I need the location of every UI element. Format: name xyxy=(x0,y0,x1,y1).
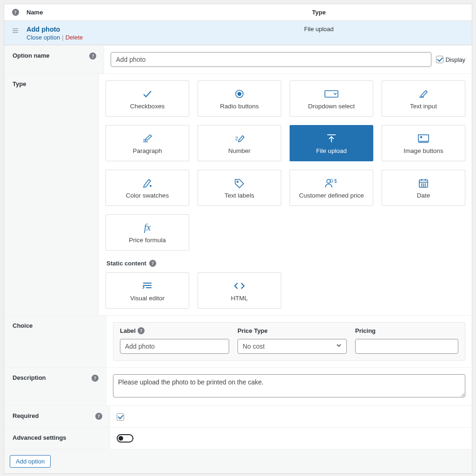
editor-icon xyxy=(141,280,153,292)
type-card-price-formula[interactable]: fx Price formula xyxy=(106,214,189,251)
option-name-label: Option name xyxy=(13,52,49,59)
description-textarea[interactable] xyxy=(113,374,465,397)
help-icon[interactable]: ? xyxy=(138,327,145,334)
choice-header-pricing: Pricing xyxy=(355,327,458,334)
help-icon[interactable]: ? xyxy=(12,9,19,16)
choice-pricing-input[interactable] xyxy=(355,339,458,354)
choice-header-label: Label xyxy=(120,327,136,334)
pencil-icon xyxy=(418,88,429,100)
type-card-checkboxes[interactable]: Checkboxes xyxy=(106,80,189,117)
type-card-image-buttons[interactable]: Image buttons xyxy=(382,125,465,161)
columns-header: ? Name Type xyxy=(4,4,472,21)
check-icon xyxy=(142,88,153,100)
svg-point-14 xyxy=(421,136,422,138)
type-card-file-upload[interactable]: File upload xyxy=(290,125,373,161)
image-icon xyxy=(417,132,430,145)
choice-label: Choice xyxy=(13,322,33,329)
option-name-input[interactable] xyxy=(111,52,431,67)
advanced-settings-label: Advanced settings xyxy=(13,434,66,441)
type-card-text-input[interactable]: Text input xyxy=(382,80,465,117)
radio-icon xyxy=(235,88,244,100)
column-name: Name xyxy=(26,9,166,16)
drag-handle-icon[interactable] xyxy=(4,26,26,34)
type-label: Type xyxy=(13,80,26,87)
type-card-text-labels[interactable]: Text labels xyxy=(198,170,281,206)
delete-option-link[interactable]: Delete xyxy=(66,34,83,41)
calendar-icon xyxy=(418,177,429,189)
svg-point-17 xyxy=(237,181,238,182)
type-card-number[interactable]: 2 Number xyxy=(198,125,281,161)
static-content-label: Static content ? xyxy=(106,260,465,267)
option-title[interactable]: Add photo xyxy=(26,26,166,33)
svg-point-4 xyxy=(238,92,241,95)
svg-rect-13 xyxy=(418,135,429,141)
type-card-customer-price[interactable]: $ Customer defined price xyxy=(290,170,373,206)
help-icon[interactable]: ? xyxy=(89,53,96,60)
static-card-visual-editor[interactable]: Visual editor xyxy=(106,272,189,309)
display-checkbox[interactable] xyxy=(436,56,443,63)
help-icon[interactable]: ? xyxy=(95,413,102,420)
option-row-type: File upload xyxy=(166,26,472,33)
add-option-button[interactable]: Add option xyxy=(10,455,51,468)
tag-icon xyxy=(234,177,245,189)
svg-point-16 xyxy=(150,185,152,187)
svg-text:2: 2 xyxy=(235,136,238,141)
choice-table: Label ? Price Type Pricing xyxy=(113,322,465,361)
help-icon[interactable]: ? xyxy=(92,375,99,382)
type-card-radio[interactable]: Radio buttons xyxy=(198,80,281,117)
display-checkbox-wrap[interactable]: Display xyxy=(436,56,465,63)
choice-price-type-select[interactable] xyxy=(238,339,347,354)
choice-label-input[interactable] xyxy=(120,339,229,354)
type-card-color-swatches[interactable]: Color swatches xyxy=(106,170,189,206)
type-card-dropdown[interactable]: Dropdown select xyxy=(290,80,373,117)
close-option-link[interactable]: Close option xyxy=(26,34,60,41)
display-label: Display xyxy=(445,56,465,63)
code-icon xyxy=(233,280,246,292)
static-card-html[interactable]: HTML xyxy=(198,272,281,309)
required-checkbox[interactable] xyxy=(117,413,124,421)
upload-icon xyxy=(326,132,337,145)
paragraph-icon xyxy=(142,132,152,145)
number-icon: 2 xyxy=(233,132,245,145)
color-icon xyxy=(142,177,153,189)
type-card-paragraph[interactable]: Paragraph xyxy=(106,125,189,161)
description-label: Description xyxy=(13,374,46,381)
help-icon[interactable]: ? xyxy=(149,260,156,267)
advanced-settings-toggle[interactable] xyxy=(117,434,133,443)
column-type: Type xyxy=(166,9,472,16)
required-label: Required xyxy=(13,412,39,419)
fx-icon: fx xyxy=(144,222,151,234)
svg-text:$: $ xyxy=(334,178,337,184)
choice-header-price-type: Price Type xyxy=(238,327,355,334)
customer-price-icon: $ xyxy=(324,177,338,189)
option-row: Add photo Close option|Delete File uploa… xyxy=(4,21,472,45)
type-card-date[interactable]: Date xyxy=(382,170,465,206)
dropdown-icon xyxy=(324,88,338,100)
